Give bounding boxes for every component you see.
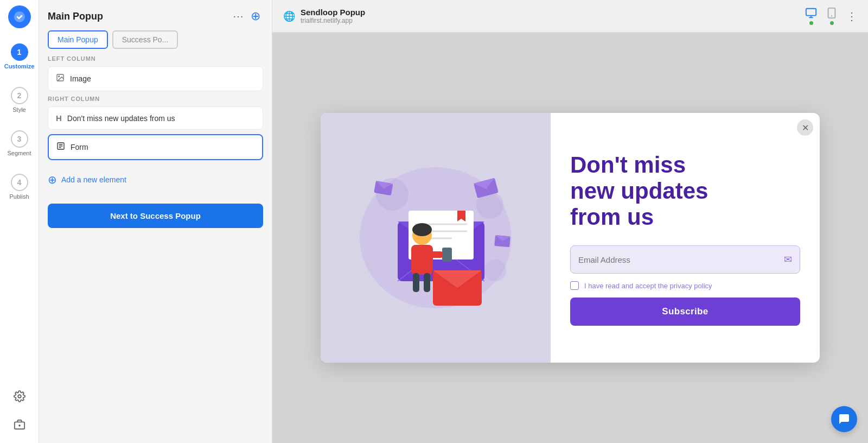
email-envelope-icon: ✉ <box>784 254 792 265</box>
privacy-row: I have read and accept the privacy polic… <box>570 281 800 290</box>
svg-rect-43 <box>442 248 452 262</box>
step-label-segment: Segment <box>7 150 31 156</box>
nav-step-segment[interactable]: 3 Segment <box>0 126 39 161</box>
tab-success-popup[interactable]: Success Po... <box>112 30 178 49</box>
svg-rect-42 <box>430 251 444 258</box>
integrations-button[interactable] <box>10 415 29 434</box>
panel-add-button[interactable]: ⊕ <box>248 9 263 24</box>
image-icon <box>56 73 65 84</box>
nav-step-style[interactable]: 2 Style <box>0 83 39 117</box>
site-name: Sendloop Popup <box>301 8 365 17</box>
step-circle-4: 4 <box>11 174 28 191</box>
mobile-status-dot <box>830 21 834 25</box>
canvas-area: 🌐 Sendloop Popup trialfirst.netlify.app <box>272 0 868 443</box>
element-image[interactable]: Image <box>48 66 263 91</box>
element-heading[interactable]: H Don't miss new updates from us <box>48 106 263 130</box>
heading-icon: H <box>56 113 62 123</box>
svg-point-19 <box>484 260 506 281</box>
svg-point-38 <box>412 223 432 236</box>
form-icon <box>56 142 65 153</box>
top-bar: 🌐 Sendloop Popup trialfirst.netlify.app <box>272 0 868 33</box>
step-circle-3: 3 <box>11 130 28 148</box>
desktop-view-button[interactable] <box>805 7 817 25</box>
element-heading-label: Don't miss new updates from us <box>67 114 175 123</box>
svg-rect-41 <box>424 273 430 292</box>
subscribe-button[interactable]: Subscribe <box>570 298 800 326</box>
desktop-status-dot <box>809 21 813 25</box>
svg-rect-40 <box>413 273 419 292</box>
popup-preview-container: ✕ <box>272 33 868 443</box>
panel-kebab-icon[interactable]: ⋯ <box>233 10 244 23</box>
email-input-wrapper[interactable]: ✉ <box>570 245 800 274</box>
step-label-style: Style <box>12 106 25 113</box>
left-column-label: LEFT COLUMN <box>39 55 272 66</box>
tab-main-popup[interactable]: Main Popup <box>48 30 108 49</box>
popup-card: ✕ <box>321 113 820 363</box>
panel-header-actions: ⋯ ⊕ <box>233 9 263 24</box>
step-label-customize: Customize <box>4 63 35 69</box>
panel-title: Main Popup <box>48 11 103 22</box>
left-navigation: 1 Customize 2 Style 3 Segment 4 Publish <box>0 0 39 443</box>
svg-point-6 <box>59 76 60 77</box>
privacy-checkbox[interactable] <box>570 281 579 290</box>
nav-step-customize[interactable]: 1 Customize <box>0 39 39 74</box>
device-toggles: ⋮ <box>805 7 857 25</box>
settings-button[interactable] <box>10 387 29 406</box>
globe-icon: 🌐 <box>283 10 295 22</box>
site-details: Sendloop Popup trialfirst.netlify.app <box>301 8 365 24</box>
popup-close-button[interactable]: ✕ <box>797 119 813 136</box>
element-form-label: Form <box>71 143 88 151</box>
step-circle-2: 2 <box>11 87 28 104</box>
add-icon: ⊕ <box>48 173 57 186</box>
popup-left-column <box>321 113 551 363</box>
popup-headline: Don't miss new updates from us <box>570 152 800 231</box>
email-illustration <box>343 151 528 325</box>
element-image-label: Image <box>70 74 91 83</box>
step-circle-1: 1 <box>11 43 28 61</box>
add-element-button[interactable]: ⊕ Add a new element <box>48 169 263 191</box>
mobile-view-button[interactable] <box>826 7 838 25</box>
app-logo[interactable] <box>8 5 31 28</box>
next-to-success-popup-button[interactable]: Next to Success Popup <box>48 204 263 228</box>
email-input[interactable] <box>578 255 784 264</box>
svg-rect-39 <box>411 245 433 275</box>
right-column-label: RIGHT COLUMN <box>39 96 272 106</box>
site-info: 🌐 Sendloop Popup trialfirst.netlify.app <box>283 8 365 24</box>
svg-point-1 <box>18 395 21 398</box>
step-label-publish: Publish <box>9 193 29 200</box>
editor-panel: Main Popup ⋯ ⊕ Main Popup Success Po... … <box>39 0 272 443</box>
topbar-kebab-icon[interactable]: ⋮ <box>846 10 857 23</box>
privacy-text: I have read and accept the privacy polic… <box>584 282 712 290</box>
svg-point-0 <box>14 11 25 22</box>
panel-header: Main Popup ⋯ ⊕ <box>39 0 272 30</box>
nav-bottom-icons <box>10 387 29 443</box>
popup-form: ✉ I have read and accept the privacy pol… <box>570 245 800 326</box>
element-form[interactable]: Form <box>48 134 263 160</box>
site-url: trialfirst.netlify.app <box>301 17 365 24</box>
chat-bubble-button[interactable] <box>831 406 857 432</box>
add-element-label: Add a new element <box>61 175 126 184</box>
tab-bar: Main Popup Success Po... <box>39 30 272 55</box>
popup-right-column: Don't miss new updates from us ✉ I have … <box>551 113 820 363</box>
svg-rect-11 <box>806 9 816 16</box>
nav-step-publish[interactable]: 4 Publish <box>0 169 39 204</box>
